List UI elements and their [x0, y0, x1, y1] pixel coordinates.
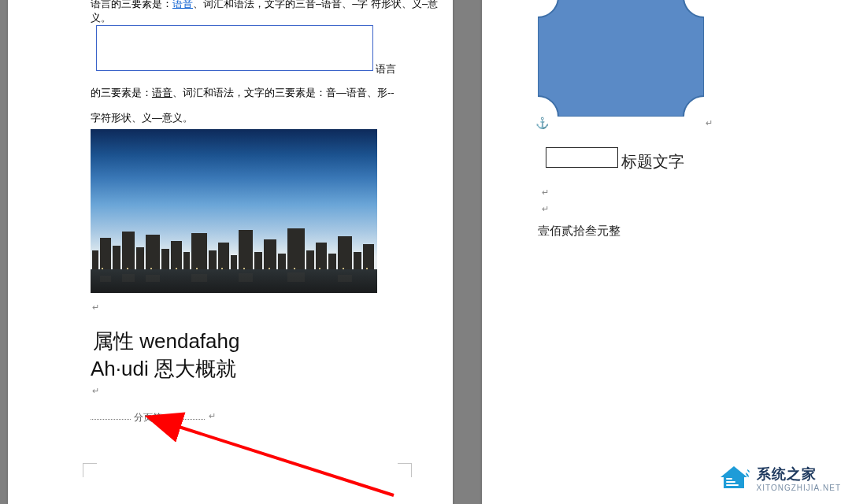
building-silhouettes	[91, 228, 377, 269]
paragraph-mark: ↵	[542, 187, 549, 198]
water-reflection	[91, 269, 377, 293]
underlined-text: 语音	[152, 87, 172, 98]
margin-marker-bottom-left	[83, 463, 97, 477]
page-1[interactable]: 语言的三要素是：语音、词汇和语法，文字的三音–语音、–字 符形状、义–意 义。 …	[8, 0, 453, 504]
small-textbox[interactable]	[546, 147, 618, 168]
watermark-url: XITONGZHIJIA.NET	[757, 484, 842, 492]
chinese-amount-text[interactable]: 壹佰贰拾叁元整	[538, 224, 620, 239]
empty-textbox[interactable]	[96, 25, 373, 71]
city-skyline-image[interactable]	[91, 129, 377, 293]
text-run: 语言的三要素是：	[91, 0, 172, 9]
caption-text[interactable]: 标题文字	[621, 151, 684, 172]
heading-line-2[interactable]: Ah·udi 恩大概就	[91, 355, 236, 383]
watermark-logo: 系统之家 XITONGZHIJIA.NET	[717, 463, 842, 493]
paragraph-1[interactable]: 语言的三要素是：语音、词汇和语法，文字的三音–语音、–字 符形状、义–意 义。	[91, 0, 438, 25]
heading-line-1[interactable]: 属性 wendafahg	[93, 328, 239, 355]
text-after-box[interactable]: 语言	[376, 62, 396, 76]
text-run: 义。	[91, 12, 111, 24]
page-break-label: 分页符	[131, 411, 165, 424]
document-canvas: 语言的三要素是：语音、词汇和语法，文字的三音–语音、–字 符形状、义–意 义。 …	[0, 0, 852, 504]
watermark-title: 系统之家	[757, 465, 842, 484]
paragraph-mark: ↵	[92, 386, 99, 396]
house-icon	[717, 463, 750, 493]
page-break-indicator[interactable]: 分页符	[91, 413, 205, 424]
text-run: 、词汇和语法，文字的三要素是：音—语音、形--	[172, 87, 395, 98]
watermark-text: 系统之家 XITONGZHIJIA.NET	[757, 465, 842, 492]
paragraph-mark: ↵	[209, 411, 216, 421]
paragraph-3[interactable]: 字符形状、义—意义。	[91, 111, 193, 125]
paragraph-mark: ↵	[706, 118, 713, 128]
text-run: 、词汇和语法，文字的三音–语音、–字 符形状、义–意	[193, 0, 438, 9]
paragraph-mark: ↵	[542, 204, 549, 214]
banner-shape-svg	[538, 0, 704, 117]
object-anchor-icon: ⚓	[535, 117, 549, 129]
paragraph-mark: ↵	[92, 302, 99, 313]
margin-marker-bottom-right	[398, 463, 412, 477]
hyperlink-text[interactable]: 语音	[172, 0, 193, 9]
text-run: 的三要素是：	[91, 87, 152, 98]
rounded-banner-shape[interactable]	[538, 0, 704, 117]
paragraph-2[interactable]: 的三要素是：语音、词汇和语法，文字的三要素是：音—语音、形--	[91, 86, 395, 100]
